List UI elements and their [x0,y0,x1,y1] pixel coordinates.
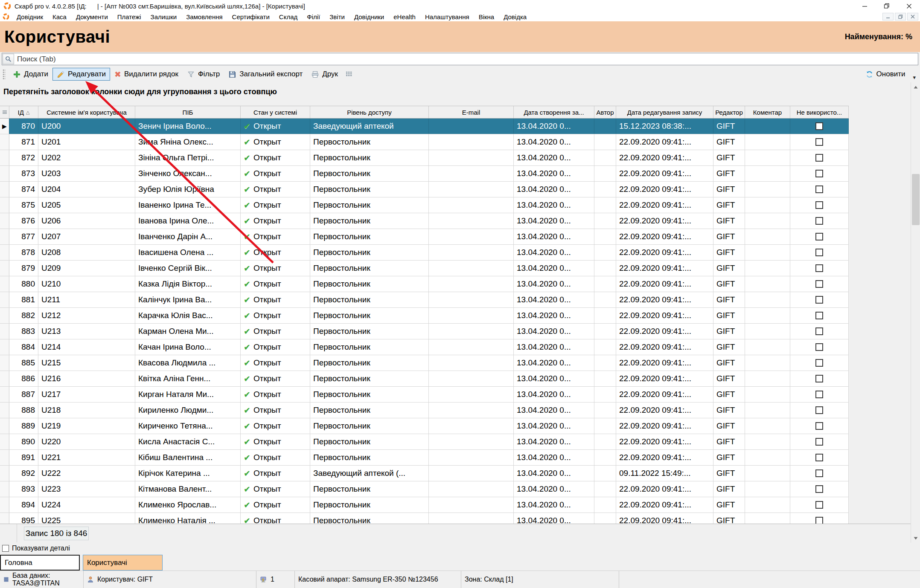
table-row-887[interactable]: 887U217Кирган Наталя Ми...✔ОткрытПервост… [0,387,849,403]
row-unused-checkbox[interactable] [815,154,823,162]
toolbar-grip[interactable] [3,69,5,79]
row-unused-checkbox[interactable] [815,185,823,193]
row-unused-checkbox[interactable] [815,122,823,130]
column-header-2[interactable]: Системне ім'я користувача [38,106,135,118]
table-row-872[interactable]: 872U202Зініна Ольга Петрі...✔ОткрытПерво… [0,150,849,166]
menu-item-1[interactable]: Довідник [12,13,48,20]
search-input[interactable]: Поиск (Tab) [2,53,918,65]
table-row-874[interactable]: 874U204Зубер Юлія Юріївна✔ОткрытПервосто… [0,182,849,197]
export-button[interactable]: Загальний експорт [224,68,307,81]
table-row-883[interactable]: 883U213Карман Олена Ми...✔ОткрытПервосто… [0,324,849,339]
menu-item-11[interactable]: Довідники [349,13,389,20]
table-row-879[interactable]: 879U209Івченко Сергій Вік...✔ОткрытПерво… [0,261,849,276]
row-unused-checkbox[interactable] [815,280,823,288]
table-row-870[interactable]: ▶870U200Зенич Ірина Воло...✔ОткрытЗаведу… [0,119,849,134]
table-row-877[interactable]: 877U207Іванченко Дарін А...✔ОткрытПервос… [0,229,849,245]
column-header-5[interactable]: Рівень доступу [310,106,429,118]
table-row-884[interactable]: 884U214Качан Ірина Воло...✔ОткрытПервост… [0,339,849,355]
column-header-9[interactable]: Дата редагування запису [616,106,713,118]
row-unused-checkbox[interactable] [815,312,823,319]
column-header-10[interactable]: Редактор [713,106,745,118]
menu-item-7[interactable]: Сертифікати [227,13,274,20]
column-header-3[interactable]: ПІБ [135,106,241,118]
table-row-880[interactable]: 880U210Казка Лідія Віктор...✔ОткрытПерво… [0,276,849,292]
row-unused-checkbox[interactable] [815,517,823,524]
table-row-876[interactable]: 876U206Іванова Ірина Оле...✔ОткрытПервос… [0,213,849,229]
table-row-890[interactable]: 890U220Кисла Анастасія С...✔ОткрытПервос… [0,434,849,450]
column-header-12[interactable]: Не використо... [790,106,849,118]
menu-item-13[interactable]: Налаштування [420,13,474,20]
mdi-minimize-button[interactable] [882,13,894,20]
table-row-895[interactable]: 895U225Клименко Наталія ...✔ОткрытПервос… [0,513,849,524]
table-row-871[interactable]: 871U201Зима Яніна Олекс...✔ОткрытПервост… [0,134,849,150]
menu-item-2[interactable]: Каса [48,13,71,20]
close-button[interactable] [898,0,920,12]
table-row-892[interactable]: 892U222Кірічок Катерина ...✔ОткрытЗаведу… [0,466,849,481]
row-unused-checkbox[interactable] [815,469,823,477]
column-header-7[interactable]: Дата створення за... [514,106,594,118]
row-unused-checkbox[interactable] [815,375,823,382]
delete-row-button[interactable]: ✖ Видалити рядок [110,68,183,81]
column-header-6[interactable]: E-mail [429,106,514,118]
row-unused-checkbox[interactable] [815,454,823,461]
menu-item-14[interactable]: Вікна [474,13,499,20]
toolbar-overflow-icon[interactable]: ▾ [913,74,916,81]
add-button[interactable]: Додати [9,68,52,81]
column-header-1[interactable]: ІД△ [9,106,38,118]
menu-item-8[interactable]: Склад [274,13,302,20]
table-row-882[interactable]: 882U212Карачка Юлія Вас...✔ОткрытПервост… [0,308,849,324]
scroll-up-icon[interactable] [911,82,920,92]
columns-icon[interactable] [345,70,353,78]
row-unused-checkbox[interactable] [815,438,823,446]
table-row-893[interactable]: 893U223Кітманова Валент...✔ОткрытПервост… [0,481,849,497]
table-row-889[interactable]: 889U219Кириченко Тетяна...✔ОткрытПервост… [0,418,849,434]
row-unused-checkbox[interactable] [815,422,823,430]
row-unused-checkbox[interactable] [815,217,823,225]
search-icon[interactable] [3,54,14,64]
row-unused-checkbox[interactable] [815,170,823,177]
row-unused-checkbox[interactable] [815,359,823,367]
row-unused-checkbox[interactable] [815,233,823,240]
table-row-894[interactable]: 894U224Клименко Ярослав...✔ОткрытПервост… [0,497,849,513]
row-unused-checkbox[interactable] [815,296,823,304]
menu-item-12[interactable]: eHealth [389,13,420,20]
table-row-885[interactable]: 885U215Квасова Людмила ...✔ОткрытПервост… [0,355,849,371]
tab-main[interactable]: Головна [0,555,80,571]
refresh-button[interactable]: Оновити [861,68,910,81]
restore-button[interactable] [876,0,898,12]
table-row-875[interactable]: 875U205Іваненко Ірина Те...✔ОткрытПервос… [0,197,849,213]
column-header-11[interactable]: Коментар [745,106,790,118]
menu-item-15[interactable]: Довідка [499,13,531,20]
select-all-header[interactable] [0,106,9,118]
row-unused-checkbox[interactable] [815,249,823,256]
scroll-down-icon[interactable] [911,533,920,543]
column-header-4[interactable]: Стан у системі [241,106,310,118]
filter-button[interactable]: Фільтр [183,68,224,81]
print-button[interactable]: Друк [307,68,342,81]
row-unused-checkbox[interactable] [815,406,823,414]
menu-item-4[interactable]: Платежі [113,13,146,20]
menu-item-6[interactable]: Замовлення [181,13,227,20]
row-unused-checkbox[interactable] [815,327,823,335]
minimize-button[interactable] [853,0,876,12]
menu-item-9[interactable]: Філії [302,13,325,20]
scrollbar-thumb[interactable] [912,174,920,225]
vertical-scrollbar[interactable] [911,82,920,543]
menu-item-10[interactable]: Звіти [325,13,349,20]
row-unused-checkbox[interactable] [815,201,823,209]
row-unused-checkbox[interactable] [815,501,823,509]
show-details-checkbox[interactable] [2,545,9,552]
mdi-restore-button[interactable] [895,13,906,20]
row-unused-checkbox[interactable] [815,264,823,272]
table-row-891[interactable]: 891U221Кібиш Валентина ...✔ОткрытПервост… [0,450,849,466]
column-header-8[interactable]: Автор [594,106,616,118]
row-unused-checkbox[interactable] [815,485,823,493]
table-row-886[interactable]: 886U216Квітка Аліна Генн...✔ОткрытПервос… [0,371,849,387]
row-unused-checkbox[interactable] [815,343,823,351]
row-unused-checkbox[interactable] [815,138,823,146]
menu-item-5[interactable]: Залишки [146,13,182,20]
row-unused-checkbox[interactable] [815,391,823,398]
menu-item-3[interactable]: Документи [71,13,113,20]
table-row-873[interactable]: 873U203Зінченко Олексан...✔ОткрытПервост… [0,166,849,182]
tab-users[interactable]: Користувачі [83,555,163,571]
